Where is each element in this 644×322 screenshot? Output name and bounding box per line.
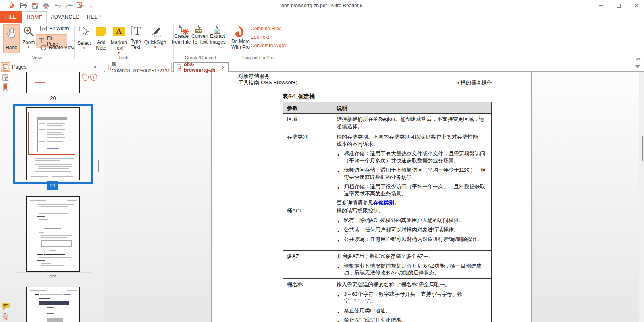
pro-links: Combine Files Edit Text Convert to Word [251, 26, 286, 48]
window-title: obs-browsertg-zh.pdf - Nitro Reader 5 [0, 0, 644, 11]
zoom-button[interactable]: Zoom ▼ [21, 24, 36, 60]
document-tab-2-active[interactable]: obs-browsertg-zh × [173, 62, 229, 72]
document-scrollbar-thumb[interactable] [642, 136, 643, 161]
convert-to-text-button[interactable]: TXT Convert To Text [191, 24, 209, 45]
do-more-with-pro-button[interactable]: Do More With Pro [231, 24, 251, 50]
page-header: 对象存储服务 工具指南(OBS Browser+) 6 桶的基本操作 [238, 73, 492, 86]
rotate-view-button[interactable]: Rotate View [37, 44, 77, 52]
pages-panel-scrollbar-thumb[interactable] [98, 160, 99, 172]
close-tab-icon[interactable]: × [222, 64, 225, 71]
bullet-item: 标准存储：适用于有大量热点文件或小文件，且需要频繁访问（平均一个月多次）并快速获… [337, 150, 487, 164]
storage-class-link[interactable]: 存储类别 [373, 199, 394, 205]
pages-panel-header: Pages × [0, 62, 104, 72]
page-thumbnail-21-selected[interactable] [13, 104, 93, 184]
pages-panel-title: Pages [12, 64, 26, 70]
current-view-rectangle [28, 112, 75, 155]
nitro-pro-icon [235, 25, 247, 39]
ribbon-tab-bar: FILE HOME ADVANCED HELP [0, 11, 644, 23]
markup-dropdown-caret[interactable]: ▼ [117, 52, 120, 55]
description-intro: 桶的读写权限控制。 [337, 207, 487, 214]
markup-text-button[interactable]: A Markup Text ▼ [110, 24, 128, 55]
description-cell: 选择新建桶所在的Region。桶创建成功后，不支持变更区域，请谨慎选择。 [332, 114, 491, 131]
tab-advanced[interactable]: ADVANCED [48, 11, 82, 23]
pdf-page: 对象存储服务 工具指南(OBS Browser+) 6 桶的基本操作 表6-1 … [211, 72, 532, 322]
description-intro: 输入需要创建的桶的名称，“桶名称”需全局唯一。 [337, 281, 487, 288]
add-note-button[interactable]: Add Note [93, 24, 109, 51]
tab-help[interactable]: HELP [84, 11, 104, 23]
description-intro: 开启多AZ后，数据冗余存储至多个AZ中。 [337, 253, 487, 260]
select-dropdown-caret[interactable]: ▼ [83, 47, 86, 50]
convert-to-word-link[interactable]: Convert to Word [251, 43, 286, 48]
table-caption: 表6-1 创建桶 [283, 93, 315, 100]
table-row: 桶ACL桶的读写权限控制。私有：除桶ACL授权外的其他用户无桶的访问权限。公共读… [283, 205, 491, 251]
quicksign-button[interactable]: x QuickSign ▼ [143, 24, 167, 49]
create-from-file-button[interactable]: Create from File [172, 24, 190, 45]
bullet-item: 3～63个字符，数字或字母开头，支持小写字母、数字、“-”、“.”。 [337, 291, 487, 305]
select-button[interactable]: Select ▼ [76, 24, 93, 50]
fit-width-icon [40, 26, 47, 31]
bullet-item: 归档存储：适用于很少访问（平均一年一次），且对数据获取速率要求不高的业务场景。 [337, 183, 487, 197]
table-body: 区域选择新建桶所在的Region。桶创建成功后，不支持变更区域，请谨慎选择。存储… [283, 114, 491, 322]
description-cell: 桶的读写权限控制。私有：除桶ACL授权外的其他用户无桶的访问权限。公共读：任何用… [332, 205, 491, 250]
tab-list-dropdown[interactable] [635, 65, 640, 68]
description-intro: 桶的存储类别。不同的存储类别可以满足客户业务对存储性能、成本的不同诉求。 [337, 133, 487, 147]
attachments-icon[interactable] [1, 312, 10, 321]
param-cell: 多AZ [283, 251, 332, 278]
thumbnails-zoom-in-button[interactable]: + [90, 74, 97, 81]
parameters-table: 参数 说明 区域选择新建桶所在的Region。桶创建成功后，不支持变更区域，请谨… [283, 102, 492, 322]
svg-text:x: x [152, 32, 154, 36]
bullet-item: 请根据业务情况提前规划是否开启多AZ功能，桶一旦创建成功，后续无法修改多AZ功能… [337, 262, 487, 276]
bullet-item: 低频访问存储：适用于不频繁访问（平均一年少于12次），但需要快速获取数据的业务场… [337, 166, 487, 181]
edit-text-link[interactable]: Edit Text [251, 34, 286, 40]
hand-icon [6, 27, 17, 39]
quicksign-dropdown-caret[interactable]: ▼ [154, 46, 157, 49]
column-header: 参数 [283, 102, 332, 113]
description-cell: 桶的存储类别。不同的存储类别可以满足客户业务对存储性能、成本的不同诉求。标准存储… [332, 131, 491, 205]
document-viewport[interactable]: 对象存储服务 工具指南(OBS Browser+) 6 桶的基本操作 表6-1 … [104, 72, 639, 322]
page-number-label: 22 [26, 274, 80, 280]
combine-files-link[interactable]: Combine Files [251, 26, 286, 31]
pdf-file-icon [177, 64, 181, 71]
page-thumbnail-22[interactable] [26, 196, 80, 272]
pages-panel: Pages × − + 20 [0, 62, 104, 322]
minimize-button[interactable] [596, 2, 605, 10]
column-header: 说明 [332, 102, 491, 113]
pages-panel-icon[interactable] [1, 62, 10, 72]
document-tab-1[interactable]: 黑C0M808_20250825172131 [105, 63, 172, 72]
tab-file[interactable]: FILE [0, 11, 22, 23]
comments-icon[interactable] [1, 301, 10, 311]
extract-images-button[interactable]: Extract Images [209, 24, 226, 45]
zoom-icon [23, 26, 34, 37]
thumbnails-zoom-out-button[interactable]: − [82, 74, 89, 81]
zoom-dropdown-caret[interactable]: ▼ [27, 46, 30, 49]
bullet-item: 禁止以“-”或“.”开头及结尾。 [337, 316, 487, 322]
collapse-ribbon-button[interactable] [636, 58, 641, 60]
tab-home[interactable]: HOME [23, 11, 47, 23]
close-button[interactable]: ✕ [632, 2, 641, 10]
param-cell: 区域 [283, 114, 332, 131]
bullet-item: 禁止使用类IP地址。 [337, 307, 487, 314]
restore-button[interactable] [614, 2, 623, 10]
nitro-reader-window: ▾ ▾ ▾ obs-browsertg-zh.pdf - Nitro Reade… [0, 0, 644, 322]
type-text-button[interactable]: T Type Text [128, 24, 143, 50]
group-label-upgrade: Upgrade to Pro [228, 55, 288, 60]
param-cell: 存储类别 [283, 131, 332, 205]
thumbnail-page-sketch [26, 107, 80, 180]
description-cell: 输入需要创建的桶的名称，“桶名称”需全局唯一。3～63个字符，数字或字母开头，支… [332, 279, 491, 322]
header-rule [238, 85, 492, 85]
page-number-label-selected: 21 [47, 181, 58, 190]
pages-panel-close-icon[interactable]: × [93, 64, 97, 70]
bullet-item: 私有：除桶ACL授权外的其他用户无桶的访问权限。 [337, 217, 487, 224]
fit-width-button[interactable]: Fit Width [37, 25, 71, 32]
page-thumbnail-23[interactable] [26, 287, 80, 322]
group-label-create-convert: Create/Convert [173, 55, 228, 60]
quicksign-icon: x [148, 27, 162, 37]
bookmarks-icon[interactable] [1, 83, 10, 92]
document-scrollbar[interactable] [639, 72, 644, 322]
table-row: 多AZ开启多AZ后，数据冗余存储至多个AZ中。请根据业务情况提前规划是否开启多A… [283, 251, 491, 279]
hand-tool-button[interactable]: Hand [3, 24, 20, 53]
page-preview-icon[interactable] [1, 73, 10, 82]
ribbon: Hand Zoom ▼ Fit Width Fit Page Rot [0, 23, 644, 62]
title-bar: ▾ ▾ ▾ obs-browsertg-zh.pdf - Nitro Reade… [0, 0, 644, 11]
page-thumbnail-20[interactable] [26, 72, 80, 93]
